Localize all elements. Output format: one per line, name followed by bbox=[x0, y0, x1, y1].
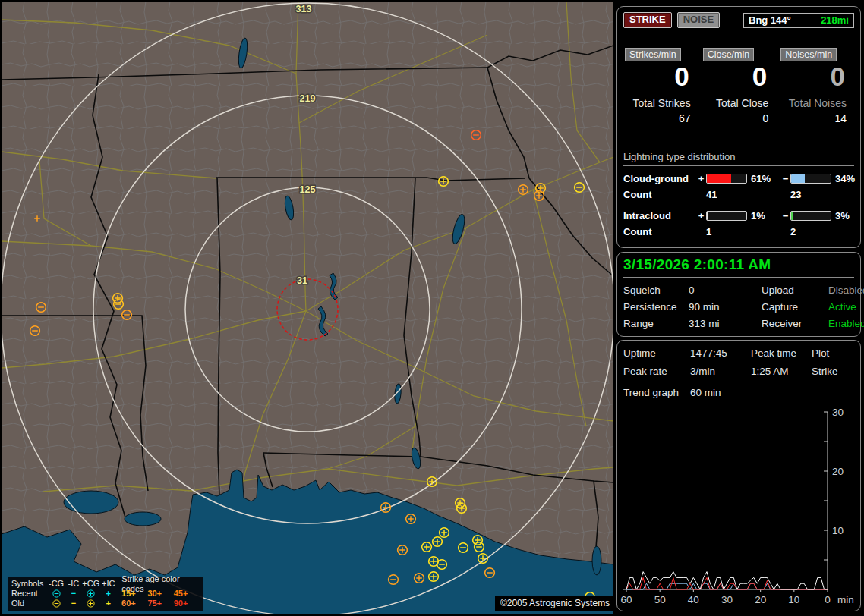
intracloud-row: Intracloud + 1% − 3% bbox=[623, 210, 854, 222]
age-code-90: 90+ bbox=[174, 599, 200, 608]
cg-minus-old-icon bbox=[48, 599, 65, 609]
ic-minus-old-icon: − bbox=[65, 599, 83, 608]
svg-text:0: 0 bbox=[825, 594, 831, 605]
receiver-label: Receiver bbox=[762, 318, 828, 329]
total-close-label: Total Close bbox=[700, 97, 778, 109]
total-strikes-label: Total Strikes bbox=[622, 97, 700, 109]
ic-positive-count: 1 bbox=[706, 226, 747, 237]
minus-sign: − bbox=[780, 173, 790, 184]
minus-sign: − bbox=[780, 210, 790, 222]
strikes-per-min-chip[interactable]: Strikes/min bbox=[625, 48, 681, 61]
strikes-per-min-value: 0 bbox=[622, 62, 700, 90]
legend-recent-label: Recent bbox=[11, 589, 48, 599]
legend-col-ncg: -CG bbox=[48, 579, 65, 589]
peak-rate-label: Peak rate bbox=[623, 366, 690, 377]
upload-label: Upload bbox=[762, 284, 828, 296]
ic-plus-old-icon: + bbox=[99, 599, 117, 608]
upload-status: Disabled bbox=[828, 284, 864, 296]
total-noises-label: Total Noises bbox=[777, 97, 856, 109]
squelch-value: 0 bbox=[689, 284, 762, 296]
trend-graph-chart: 3020106050403020100min bbox=[619, 406, 860, 609]
cg-positive-count: 41 bbox=[706, 189, 747, 200]
close-per-min-chip[interactable]: Close/min bbox=[703, 48, 755, 61]
svg-text:20: 20 bbox=[832, 466, 844, 477]
uptime-grid: Uptime 1477:45 Peak time Plot Peak rate … bbox=[623, 347, 854, 377]
ring-label-313: 313 bbox=[296, 4, 312, 14]
nexstorm-window: 313 219 125 31 Symbols -CG -IC +CG +IC S… bbox=[0, 0, 864, 616]
intracloud-count-row: Count 1 2 bbox=[623, 226, 854, 237]
persistence-value: 90 min bbox=[689, 301, 762, 313]
ic-minus-recent-icon: − bbox=[65, 589, 83, 599]
age-code-45: 45+ bbox=[174, 589, 200, 599]
cg-plus-old-icon bbox=[82, 599, 99, 609]
date-time-display: 3/15/2026 2:00:11 AM bbox=[623, 256, 854, 278]
svg-text:10: 10 bbox=[832, 525, 844, 536]
ic-count-label: Count bbox=[623, 226, 696, 237]
close-per-min-value: 0 bbox=[700, 62, 778, 90]
legend-col-pic: +IC bbox=[99, 579, 117, 589]
svg-text:30: 30 bbox=[721, 594, 733, 605]
legend-old-row: Old − + 60+ 75+ 90+ bbox=[11, 599, 200, 608]
trend-graph-row: Trend graph 60 min bbox=[623, 387, 854, 398]
age-code-30: 30+ bbox=[147, 589, 173, 599]
legend-header-row: Symbols -CG -IC +CG +IC Strike age color… bbox=[11, 579, 200, 589]
cg-negative-meter bbox=[790, 174, 831, 184]
noise-toggle-button[interactable]: NOISE bbox=[677, 12, 720, 28]
map-area: 313 219 125 31 Symbols -CG -IC +CG +IC S… bbox=[2, 2, 613, 614]
bearing-range: 218mi bbox=[821, 14, 849, 26]
map-legend: Symbols -CG -IC +CG +IC Strike age color… bbox=[8, 577, 203, 611]
peak-time-value: 1:25 AM bbox=[751, 366, 812, 377]
receiver-status: Enabled bbox=[828, 318, 864, 329]
plus-sign: + bbox=[696, 173, 706, 184]
range-value: 313 mi bbox=[689, 318, 762, 329]
ic-negative-count: 2 bbox=[790, 226, 831, 237]
ic-plus-recent-icon: + bbox=[99, 589, 117, 599]
ic-positive-meter bbox=[706, 211, 747, 221]
age-code-15: 15+ bbox=[117, 589, 147, 599]
svg-text:20: 20 bbox=[755, 594, 766, 605]
clock-status-panel: 3/15/2026 2:00:11 AM Squelch 0 Upload Di… bbox=[616, 252, 861, 337]
age-code-60: 60+ bbox=[117, 599, 147, 608]
totals-value-row: 67 0 14 bbox=[622, 109, 856, 124]
svg-text:10: 10 bbox=[788, 594, 799, 605]
bearing-label: Bng 144° bbox=[749, 14, 791, 26]
legend-old-label: Old bbox=[11, 599, 48, 608]
svg-text:60: 60 bbox=[620, 594, 632, 605]
trend-graph-value: 60 min bbox=[690, 387, 854, 398]
rate-value-row: 0 0 0 bbox=[622, 61, 856, 90]
map-canvas[interactable]: 313 219 125 31 bbox=[2, 2, 613, 614]
persistence-label: Persistence bbox=[623, 301, 689, 313]
legend-recent-row: Recent − + 15+ 30+ 45+ bbox=[11, 589, 200, 599]
uptime-value: 1477:45 bbox=[690, 347, 751, 359]
strike-toggle-button[interactable]: STRIKE bbox=[623, 12, 672, 28]
plus-sign: + bbox=[696, 210, 706, 222]
trend-panel: Uptime 1477:45 Peak time Plot Peak rate … bbox=[616, 340, 861, 611]
uptime-label: Uptime bbox=[623, 347, 690, 359]
legend-symbols-label: Symbols bbox=[11, 579, 48, 589]
distribution-title: Lightning type distribution bbox=[623, 151, 854, 166]
cg-negative-count: 23 bbox=[790, 189, 831, 200]
peak-rate-value: 3/min bbox=[690, 366, 751, 377]
ring-label-219: 219 bbox=[300, 93, 316, 104]
squelch-label: Squelch bbox=[623, 284, 689, 296]
rate-chip-row: Strikes/min Close/min Noises/min bbox=[622, 47, 856, 61]
legend-col-pcg: +CG bbox=[82, 579, 99, 589]
mode-button-row: STRIKE NOISE Bng 144° 218mi bbox=[623, 12, 854, 28]
noises-per-min-chip[interactable]: Noises/min bbox=[780, 48, 837, 61]
copyright-text: ©2005 Astrogenic Systems bbox=[495, 596, 615, 611]
plot-label: Plot bbox=[812, 347, 854, 359]
status-grid: Squelch 0 Upload Disabled Persistence 90… bbox=[623, 284, 854, 329]
age-code-75: 75+ bbox=[147, 599, 173, 608]
ic-negative-pct: 3% bbox=[831, 210, 859, 222]
legend-col-nic: -IC bbox=[65, 579, 82, 589]
status-sidebar: STRIKE NOISE Bng 144° 218mi Strikes/min … bbox=[615, 0, 864, 616]
cg-count-label: Count bbox=[623, 189, 696, 200]
ring-label-31: 31 bbox=[297, 275, 307, 286]
total-strikes-value: 67 bbox=[622, 112, 700, 124]
strike-stats-panel: STRIKE NOISE Bng 144° 218mi Strikes/min … bbox=[616, 6, 861, 248]
ic-positive-pct: 1% bbox=[747, 210, 780, 222]
cloud-ground-row: Cloud-ground + 61% − 34% bbox=[623, 173, 854, 184]
cg-negative-pct: 34% bbox=[831, 173, 859, 184]
ring-label-125: 125 bbox=[300, 184, 316, 195]
ic-negative-meter bbox=[790, 211, 831, 221]
